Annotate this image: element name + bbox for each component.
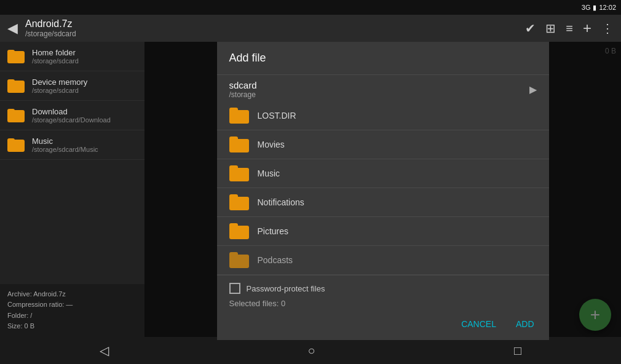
list-item[interactable]: Movies	[217, 130, 549, 159]
toolbar-title-sub: /storage/sdcard	[25, 30, 525, 38]
toolbar-title: Android.7z /storage/sdcard	[25, 18, 525, 38]
sidebar-item-name: Music	[32, 136, 98, 146]
dialog-folder-list: LOST.DIR Movies Music	[217, 101, 549, 275]
device-memory-icon	[7, 79, 25, 93]
list-item[interactable]: Pictures	[217, 217, 549, 246]
status-icons: 3G ▮ 12:02	[582, 4, 616, 12]
signal-icon: 3G	[582, 4, 591, 11]
folder-icon	[229, 252, 249, 268]
nav-recents-button[interactable]: □	[502, 339, 534, 363]
folder-name: Movies	[258, 140, 285, 149]
filter-icon[interactable]: ≡	[566, 22, 573, 36]
compression-info: Compression ratio: —	[7, 299, 137, 311]
dialog-title: Add file	[217, 42, 549, 75]
folder-info: Folder: /	[7, 311, 137, 322]
status-bar: 3G ▮ 12:02	[0, 0, 621, 15]
selected-files-label: Selected files: 0	[229, 296, 537, 311]
dialog-footer: Password-protect files Selected files: 0…	[217, 275, 549, 340]
list-item[interactable]: Music	[217, 159, 549, 188]
info-panel: Archive: Android.7z Compression ratio: —…	[0, 284, 144, 337]
battery-icon: ▮	[593, 4, 596, 12]
more-icon[interactable]: ⋮	[601, 21, 614, 36]
list-item[interactable]: Notifications	[217, 188, 549, 217]
sidebar-item-path: /storage/sdcard/Music	[32, 146, 98, 153]
dialog-location-arrow: ▶	[529, 84, 537, 95]
grid-icon[interactable]: ⊞	[545, 21, 556, 36]
sidebar-item-device[interactable]: Device memory /storage/sdcard	[0, 71, 144, 101]
music-folder-icon	[7, 138, 25, 152]
folder-icon	[229, 136, 249, 152]
folder-name: Music	[258, 168, 280, 178]
home-folder-icon	[7, 50, 25, 63]
folder-name: Notifications	[258, 197, 304, 207]
download-icon	[7, 109, 25, 122]
cancel-button[interactable]: CANCEL	[459, 315, 499, 333]
sidebar-item-download[interactable]: Download /storage/sdcard/Download	[0, 101, 144, 130]
nav-home-button[interactable]: ○	[295, 339, 327, 363]
toolbar-actions: ✔ ⊞ ≡ + ⋮	[525, 20, 614, 37]
bottom-nav: ◁ ○ □	[0, 337, 621, 364]
back-button[interactable]: ◀	[7, 20, 18, 36]
sidebar-item-path: /storage/sdcard	[32, 57, 79, 65]
folder-name: Podcasts	[258, 255, 293, 265]
add-file-dialog: Add file sdcard /storage ▶ LOST.DIR	[217, 42, 549, 340]
password-protect-row: Password-protect files	[229, 280, 537, 296]
dialog-location: sdcard /storage ▶	[217, 75, 549, 101]
folder-icon	[229, 223, 249, 239]
add-button[interactable]: ADD	[513, 315, 537, 333]
sidebar-item-name: Download	[32, 107, 111, 116]
list-item[interactable]: Podcasts	[217, 246, 549, 275]
size-info: Size: 0 B	[7, 321, 137, 332]
folder-icon	[229, 108, 249, 124]
list-item[interactable]: LOST.DIR	[217, 101, 549, 130]
dialog-location-path: /storage	[229, 90, 257, 99]
dialog-action-buttons: CANCEL ADD	[229, 311, 537, 335]
sidebar-item-home[interactable]: Home folder /storage/sdcard	[0, 42, 144, 71]
folder-icon	[229, 194, 249, 210]
folder-name: LOST.DIR	[258, 111, 296, 121]
top-toolbar: ◀ Android.7z /storage/sdcard ✔ ⊞ ≡ + ⋮	[0, 15, 621, 42]
folder-icon	[229, 165, 249, 181]
archive-info: Archive: Android.7z	[7, 289, 137, 300]
nav-back-button[interactable]: ◁	[87, 338, 121, 363]
sidebar-item-name: Home folder	[32, 48, 79, 57]
sidebar-item-music[interactable]: Music /storage/sdcard/Music	[0, 130, 144, 160]
add-icon[interactable]: +	[583, 20, 591, 37]
dialog-location-name: sdcard	[229, 80, 257, 90]
toolbar-title-main: Android.7z	[25, 18, 525, 30]
sidebar-item-name: Device memory	[32, 77, 87, 87]
check-icon[interactable]: ✔	[525, 21, 536, 36]
folder-name: Pictures	[258, 226, 289, 236]
sidebar-item-path: /storage/sdcard	[32, 87, 87, 94]
time-display: 12:02	[599, 4, 616, 11]
password-protect-label: Password-protect files	[247, 284, 325, 293]
sidebar-item-path: /storage/sdcard/Download	[32, 116, 111, 124]
dialog-overlay: Add file sdcard /storage ▶ LOST.DIR	[144, 42, 621, 337]
password-protect-checkbox[interactable]	[229, 283, 240, 294]
